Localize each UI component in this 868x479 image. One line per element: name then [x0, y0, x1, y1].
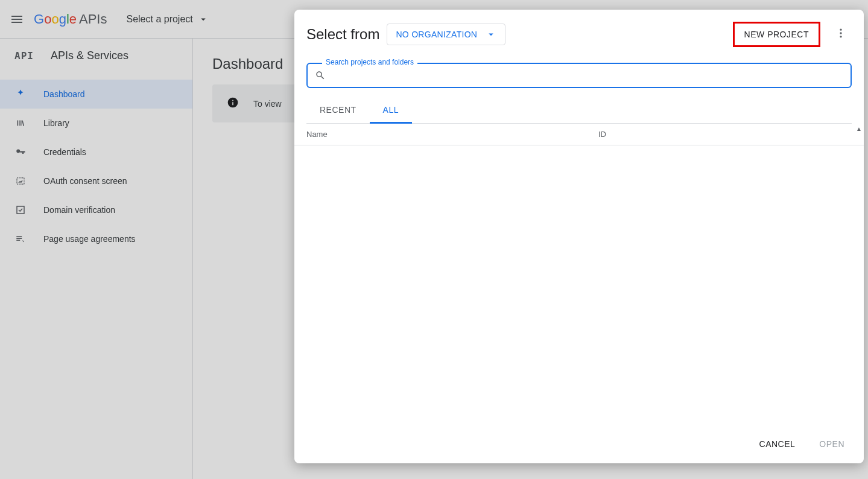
- table-header: Name ID: [294, 124, 864, 145]
- column-name-header: Name: [306, 130, 598, 139]
- search-input[interactable]: [331, 71, 843, 80]
- more-icon[interactable]: [830, 22, 852, 46]
- org-dropdown-label: NO ORGANIZATION: [396, 30, 477, 39]
- modal-footer: CANCEL OPEN: [294, 425, 864, 463]
- project-table[interactable]: Name ID ▲: [294, 124, 864, 425]
- project-selector-modal: Select from NO ORGANIZATION NEW PROJECT …: [294, 10, 864, 463]
- search-box[interactable]: [306, 63, 852, 88]
- svg-point-4: [840, 32, 841, 34]
- new-project-button[interactable]: NEW PROJECT: [733, 22, 820, 47]
- modal-header: Select from NO ORGANIZATION NEW PROJECT: [294, 10, 864, 47]
- cancel-button[interactable]: CANCEL: [755, 434, 800, 454]
- modal-title: Select from: [306, 26, 379, 43]
- svg-point-3: [840, 29, 841, 31]
- scroll-up-icon[interactable]: ▲: [855, 124, 863, 133]
- organization-dropdown[interactable]: NO ORGANIZATION: [387, 24, 505, 45]
- svg-point-5: [840, 36, 841, 37]
- dropdown-icon: [486, 29, 496, 40]
- open-button[interactable]: OPEN: [814, 434, 849, 454]
- tab-recent[interactable]: RECENT: [306, 98, 370, 123]
- tab-all[interactable]: ALL: [370, 98, 412, 124]
- column-id-header: ID: [598, 130, 852, 139]
- search-label: Search projects and folders: [322, 58, 417, 66]
- modal-header-actions: NEW PROJECT: [733, 22, 852, 47]
- modal-tabs: RECENT ALL: [306, 98, 852, 124]
- search-field-wrap: Search projects and folders: [306, 63, 852, 88]
- search-icon: [315, 70, 326, 81]
